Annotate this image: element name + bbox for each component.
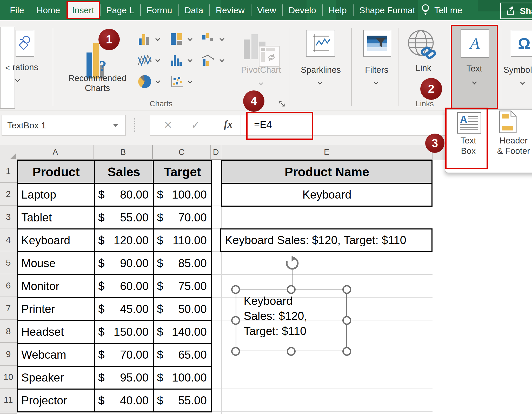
pie-chart-button[interactable]	[138, 75, 152, 88]
line-chart-button[interactable]	[138, 54, 152, 67]
ribbon-tab[interactable]: Review	[209, 0, 251, 20]
product-cell[interactable]: Webcam	[18, 343, 95, 366]
column-header[interactable]: E	[221, 145, 433, 160]
product-cell[interactable]: Keyboard	[18, 229, 95, 252]
sparklines-button-icon[interactable]	[306, 30, 335, 57]
pivotchart-button[interactable]: PivotChart	[239, 29, 283, 88]
table-header-cell[interactable]: Target	[153, 160, 211, 183]
row-header[interactable]: 9	[0, 343, 17, 366]
product-cell[interactable]: Laptop	[18, 183, 95, 206]
row-header[interactable]: 1	[0, 160, 17, 183]
lookup-header-cell[interactable]: Product Name	[222, 160, 432, 183]
row-header-partial[interactable]	[0, 411, 17, 414]
target-cell[interactable]: $70.00	[153, 206, 211, 229]
histogram-chart-dropdown-icon[interactable]	[188, 57, 193, 63]
ribbon-tab[interactable]: Formu	[140, 0, 178, 20]
menu-item-header-footer[interactable]: Header & Footer	[489, 110, 532, 168]
resize-handle-bottom-left[interactable]	[231, 347, 240, 356]
select-all-corner[interactable]	[0, 145, 18, 160]
symbols-dropdown-icon[interactable]	[520, 80, 525, 85]
row-header[interactable]: 11	[0, 389, 17, 411]
waterfall-chart-dropdown-icon[interactable]	[220, 36, 225, 42]
selected-textbox[interactable]: KeyboardSales: $120,Target: $110	[236, 290, 347, 351]
product-cell[interactable]: Projector	[18, 389, 95, 412]
enter-icon[interactable]: ✓	[191, 119, 200, 131]
resize-handle-bottom-right[interactable]	[342, 347, 351, 356]
ribbon-tab[interactable]: Home	[30, 0, 66, 20]
combo-chart-button[interactable]	[202, 54, 216, 67]
column-header[interactable]: C	[153, 145, 211, 160]
link-button[interactable]: Link	[407, 29, 443, 74]
filters-button-icon[interactable]	[363, 30, 391, 57]
recommended-charts-button[interactable]: ? Recommended Charts	[65, 26, 130, 107]
pie-chart-dropdown-icon[interactable]	[155, 79, 161, 84]
resize-handle-top-right[interactable]	[342, 285, 351, 294]
row-header[interactable]: 7	[0, 297, 17, 320]
share-button[interactable]: Share	[500, 3, 532, 19]
sparklines-dropdown-icon[interactable]	[317, 80, 323, 85]
target-cell[interactable]: $100.00	[153, 183, 211, 206]
row-header[interactable]: 5	[0, 251, 17, 274]
target-cell[interactable]: $75.00	[153, 275, 211, 298]
row-header[interactable]: 10	[0, 366, 17, 389]
name-box[interactable]: TextBox 1	[2, 115, 126, 136]
name-box-dropdown-icon[interactable]	[113, 124, 118, 127]
row-header[interactable]: 3	[0, 206, 17, 228]
resize-handle-top-center[interactable]	[287, 285, 296, 294]
ribbon-tab[interactable]: Help	[322, 0, 353, 20]
scatter-chart-button[interactable]	[170, 75, 184, 88]
treemap-chart-dropdown-icon[interactable]	[188, 36, 193, 42]
column-header[interactable]: A	[17, 145, 94, 160]
product-cell[interactable]: Monitor	[18, 275, 95, 298]
sales-cell[interactable]: $95.00	[95, 366, 153, 389]
sales-cell[interactable]: $150.00	[95, 320, 153, 343]
formula-bar-resize-handle[interactable]	[134, 118, 135, 132]
filters-dropdown-icon[interactable]	[374, 80, 379, 85]
symbols-button-icon[interactable]: Ω	[511, 30, 532, 57]
sales-cell[interactable]: $70.00	[95, 343, 153, 366]
rotate-handle-icon[interactable]	[285, 256, 300, 271]
text-dropdown-icon[interactable]	[472, 80, 477, 85]
row-header[interactable]: 4	[0, 228, 17, 251]
row-header[interactable]: 2	[0, 183, 17, 206]
ribbon-tab[interactable]: View	[251, 0, 282, 20]
ribbon-tab[interactable]: Insert	[66, 1, 100, 19]
tell-me-button[interactable]: Tell me	[421, 0, 462, 20]
column-chart-button[interactable]	[138, 33, 152, 46]
line-chart-dropdown-icon[interactable]	[155, 57, 161, 63]
scatter-chart-dropdown-icon[interactable]	[188, 79, 193, 84]
fx-icon[interactable]: fx	[224, 118, 232, 130]
target-cell[interactable]: $100.00	[153, 366, 211, 389]
sales-cell[interactable]: $80.00	[95, 183, 153, 206]
column-chart-dropdown-icon[interactable]	[155, 36, 161, 42]
illustrations-dropdown-icon[interactable]	[15, 77, 20, 83]
dialog-launcher-icon[interactable]	[278, 100, 286, 108]
sales-cell[interactable]: $55.00	[95, 206, 153, 229]
product-cell[interactable]: Speaker	[18, 366, 95, 389]
combo-chart-dropdown-icon[interactable]	[220, 57, 225, 63]
resize-handle-middle-right[interactable]	[342, 316, 351, 325]
sales-cell[interactable]: $120.00	[95, 229, 153, 252]
linked-textbox[interactable]: Keyboard Sales: $120, Target: $110	[220, 228, 433, 252]
table-header-cell[interactable]: Sales	[95, 160, 153, 183]
resize-handle-middle-left[interactable]	[231, 316, 240, 325]
menu-item-text-box[interactable]: A Text Box	[449, 110, 488, 168]
pivotchart-dropdown-icon[interactable]	[258, 81, 264, 86]
target-cell[interactable]: $85.00	[153, 252, 211, 275]
sales-cell[interactable]: $40.00	[95, 389, 153, 412]
sales-cell[interactable]: $90.00	[95, 252, 153, 275]
histogram-chart-button[interactable]	[170, 54, 184, 67]
ribbon-tab[interactable]: Page L	[100, 0, 141, 20]
table-header-cell[interactable]: Product	[18, 160, 95, 183]
product-cell[interactable]: Tablet	[18, 206, 95, 229]
illustrations-button[interactable]	[16, 30, 34, 57]
ribbon-tab[interactable]: Data	[178, 0, 210, 20]
product-cell[interactable]: Mouse	[18, 252, 95, 275]
ribbon-tab[interactable]: Develo	[282, 0, 322, 20]
row-header[interactable]: 6	[0, 274, 17, 297]
target-cell[interactable]: $65.00	[153, 343, 211, 366]
resize-handle-top-left[interactable]	[231, 285, 240, 294]
product-cell[interactable]: Printer	[18, 298, 95, 320]
ribbon-tab[interactable]: Shape Format	[353, 0, 421, 20]
row-header[interactable]: 8	[0, 320, 17, 343]
